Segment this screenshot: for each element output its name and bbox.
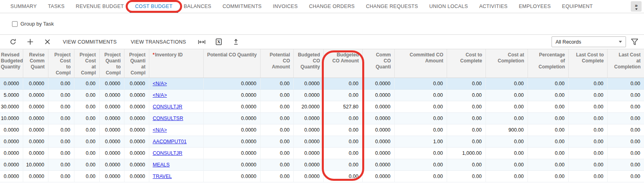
cell-budgeted-co-amount[interactable]: 0.00 — [323, 159, 362, 170]
cell-project-quanti-at-compl[interactable]: 0.0000 — [124, 159, 149, 170]
cell-project-quanti-at-compl[interactable]: 0.0000 — [124, 89, 149, 101]
column-header-cost-to-complete[interactable]: Cost to Complete — [447, 49, 486, 78]
cell-project-cost-to-compl[interactable]: 0.00 — [48, 147, 74, 159]
cell-project-quanti-at-compl[interactable]: 0.0000 — [124, 147, 149, 159]
cell-project-cost-to-compl[interactable]: 0.00 — [48, 136, 74, 147]
cell-inventory-id[interactable]: CONSULTJR — [149, 147, 203, 159]
cell-last-cost-to-complete[interactable]: 0.00 — [568, 159, 607, 170]
cell-budgeted-co-amount[interactable]: 0.00 — [323, 136, 362, 147]
cell-revise-comm-quant[interactable]: 10.0000 — [23, 159, 48, 170]
column-header-revised-budgeted-quantity[interactable]: Revised Budgeted Quantity — [0, 49, 23, 78]
cell-inventory-id[interactable]: <N/A> — [149, 78, 203, 89]
grid-row[interactable]: 0.00000.00000.000.000.00000.0000CONSULTJ… — [0, 147, 644, 159]
tab-balances[interactable]: BALANCES — [178, 0, 217, 13]
delete-row-button[interactable] — [42, 36, 53, 48]
cell-revised-budgeted-quantity[interactable]: 0.0000 — [0, 78, 23, 89]
cell-inventory-id[interactable]: CONSULTJR — [149, 101, 203, 112]
cell-budgeted-co-quantity[interactable]: 0.0000 — [293, 112, 323, 124]
inventory-id-link[interactable]: <N/A> — [153, 127, 167, 133]
tab-commitments[interactable]: COMMITMENTS — [217, 0, 267, 13]
cell-budgeted-co-amount[interactable]: 0.00 — [323, 112, 362, 124]
cell-potential-co-quantity[interactable]: 0.0000 — [203, 101, 260, 112]
cell-comm-co-quanti[interactable]: 0.0000 — [362, 124, 394, 136]
inventory-id-link[interactable]: CONSULTSR — [153, 116, 183, 121]
cell-project-cost-to-compl[interactable]: 0.00 — [48, 112, 74, 124]
column-header-comm-co-quanti[interactable]: Comm CO Quanti — [362, 49, 394, 78]
tab-change-requests[interactable]: CHANGE REQUESTS — [360, 0, 423, 13]
cell-potential-co-quantity[interactable]: 0.0000 — [203, 136, 260, 147]
column-header-budgeted-co-quantity[interactable]: Budgeted CO Quantity — [293, 49, 323, 78]
cell-project-quanti-at-compl[interactable]: 0.0000 — [124, 78, 149, 89]
tab-equipment[interactable]: EQUIPMENT — [556, 0, 598, 13]
cell-percentage-of-completion[interactable]: 0.00 — [528, 159, 568, 170]
cell-revised-budgeted-quantity[interactable]: 0.0000 — [0, 147, 23, 159]
cell-last-cost-at-completion[interactable]: 0.00 — [607, 124, 644, 136]
cell-last-cost-at-completion[interactable]: 0.00 — [607, 136, 644, 147]
cell-revised-budgeted-quantity[interactable]: 30.0000 — [0, 101, 23, 112]
tab-revenue-budget[interactable]: REVENUE BUDGET — [70, 0, 129, 13]
cell-project-quanti-at-compl[interactable]: 0.0000 — [124, 124, 149, 136]
cell-comm-co-quanti[interactable]: 0.0000 — [362, 159, 394, 170]
cell-project-quanti-at-compl[interactable]: 0.0000 — [124, 136, 149, 147]
cell-budgeted-co-quantity[interactable]: 20.0000 — [293, 101, 323, 112]
cell-project-cost-to-compl[interactable]: 0.00 — [48, 89, 74, 101]
cell-potential-co-quantity[interactable]: 0.0000 — [203, 112, 260, 124]
grid-row[interactable]: 0.00000.00000.000.000.00000.0000<N/A>0.0… — [0, 124, 644, 136]
column-header-budgeted-co-amount[interactable]: Budgeted CO Amount — [323, 49, 362, 78]
cell-cost-to-complete[interactable]: 0.00 — [447, 170, 486, 182]
column-header-project-cost-to-compl[interactable]: Project Cost to Compl — [48, 49, 74, 78]
upload-button[interactable] — [231, 36, 242, 48]
cell-project-quanti-to-compl[interactable]: 0.0000 — [99, 89, 124, 101]
cell-potential-co-amount[interactable]: 0.00 — [260, 101, 293, 112]
cell-potential-co-amount[interactable]: 0.00 — [260, 147, 293, 159]
cell-project-cost-at-compl[interactable]: 0.00 — [74, 170, 99, 182]
cell-cost-to-complete[interactable]: 0.00 — [447, 78, 486, 89]
cell-percentage-of-completion[interactable]: 0.00 — [528, 136, 568, 147]
cell-budgeted-co-amount[interactable]: 0.00 — [323, 147, 362, 159]
cell-last-cost-to-complete[interactable]: 0.00 — [568, 78, 607, 89]
cell-cost-at-completion[interactable]: 0.00 — [486, 170, 528, 182]
inventory-id-link[interactable]: MEALS — [153, 162, 170, 168]
grid-row[interactable]: 10.00000.00000.000.000.00000.0000CONSULT… — [0, 112, 644, 124]
cell-project-quanti-to-compl[interactable]: 0.0000 — [99, 147, 124, 159]
cell-budgeted-co-amount[interactable]: 527.80 — [323, 101, 362, 112]
cell-cost-at-completion[interactable]: 0.00 — [486, 101, 528, 112]
cell-revised-budgeted-quantity[interactable]: 0.0000 — [0, 124, 23, 136]
cell-revise-comm-quant[interactable]: 0.0000 — [23, 101, 48, 112]
cell-potential-co-quantity[interactable]: 0.0000 — [203, 159, 260, 170]
grid-row[interactable]: 5.00000.00000.000.000.00000.0000<N/A>0.0… — [0, 89, 644, 101]
grid-row[interactable]: 0.00000.00000.000.000.00000.0000TRAVEL0.… — [0, 170, 644, 182]
add-row-button[interactable] — [24, 36, 36, 48]
cell-revised-budgeted-quantity[interactable]: 0.0000 — [0, 170, 23, 182]
cell-project-cost-to-compl[interactable]: 0.00 — [48, 159, 74, 170]
view-commitments-button[interactable]: VIEW COMMITMENTS — [59, 36, 121, 48]
cell-cost-at-completion[interactable]: 0.00 — [486, 78, 528, 89]
cell-potential-co-quantity[interactable]: 0.0000 — [203, 147, 260, 159]
cell-percentage-of-completion[interactable]: 0.00 — [528, 112, 568, 124]
cell-project-quanti-to-compl[interactable]: 0.0000 — [99, 170, 124, 182]
cell-cost-to-complete[interactable]: 0.00 — [447, 112, 486, 124]
cell-last-cost-at-completion[interactable]: 0.00 — [607, 89, 644, 101]
column-header-project-quanti-at-compl[interactable]: Project Quanti at Compl — [124, 49, 149, 78]
cell-inventory-id[interactable]: AACOMPUT01 — [149, 136, 203, 147]
column-header-project-quanti-to-compl[interactable]: Project Quanti to Compl — [99, 49, 124, 78]
cell-project-cost-at-compl[interactable]: 0.00 — [74, 124, 99, 136]
cell-potential-co-amount[interactable]: 0.00 — [260, 89, 293, 101]
cell-last-cost-to-complete[interactable]: 0.00 — [568, 101, 607, 112]
cell-percentage-of-completion[interactable]: 0.00 — [528, 170, 568, 182]
cell-cost-to-complete[interactable]: 0.00 — [447, 136, 486, 147]
cell-committed-co-amount[interactable]: 0.00 — [394, 112, 447, 124]
cell-cost-at-completion[interactable]: 0.00 — [486, 89, 528, 101]
cell-cost-at-completion[interactable]: 0.00 — [486, 147, 528, 159]
cell-comm-co-quanti[interactable]: 0.0000 — [362, 89, 394, 101]
grid-row[interactable]: 0.00000.00000.000.000.00000.0000AACOMPUT… — [0, 136, 644, 147]
inventory-id-link[interactable]: <N/A> — [153, 81, 167, 86]
tab-overflow-button[interactable]: » — [631, 1, 642, 12]
grid-row[interactable]: 0.000010.00000.000.000.00000.0000MEALS0.… — [0, 159, 644, 170]
cell-budgeted-co-quantity[interactable]: 0.0000 — [293, 170, 323, 182]
cell-cost-at-completion[interactable]: 0.00 — [486, 112, 528, 124]
cell-last-cost-at-completion[interactable]: 0.00 — [607, 147, 644, 159]
tab-change-orders[interactable]: CHANGE ORDERS — [303, 0, 360, 13]
cell-revised-budgeted-quantity[interactable]: 10.0000 — [0, 112, 23, 124]
column-header-last-cost-at-completion[interactable]: Last Cost at Completion — [607, 49, 644, 78]
